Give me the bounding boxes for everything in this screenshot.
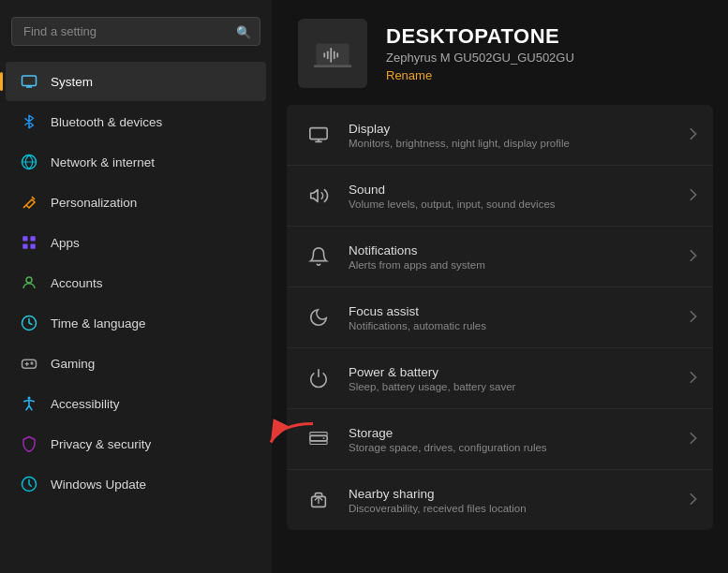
- focus-title: Focus assist: [349, 304, 486, 318]
- network-nav-icon: [19, 152, 39, 172]
- search-input[interactable]: [11, 17, 260, 46]
- svg-rect-13: [314, 65, 351, 67]
- svg-rect-22: [310, 441, 327, 445]
- device-info: DESKTOPATONE Zephyrus M GU502GU_GU502GU …: [386, 24, 574, 82]
- sidebar-item-accounts[interactable]: Accounts: [6, 263, 266, 302]
- display-title: Display: [349, 122, 570, 136]
- notifications-chevron-icon: [689, 249, 698, 265]
- device-name: DESKTOPATONE: [386, 24, 574, 49]
- svg-point-6: [26, 277, 32, 283]
- sound-title: Sound: [349, 183, 556, 197]
- svg-rect-2: [22, 236, 27, 241]
- system-nav-icon: [19, 71, 39, 92]
- time-nav-icon: [19, 313, 39, 333]
- privacy-nav-icon: [19, 433, 39, 454]
- focus-chevron-icon: [689, 310, 698, 326]
- sound-settings-icon: [302, 179, 335, 213]
- storage-description: Storage space, drives, configuration rul…: [349, 442, 547, 453]
- nearby-text: Nearby sharingDiscoverability, received …: [349, 487, 527, 514]
- storage-settings-icon: [302, 422, 335, 456]
- settings-item-storage[interactable]: StorageStorage space, drives, configurat…: [287, 409, 713, 470]
- display-text: DisplayMonitors, brightness, night light…: [349, 122, 570, 149]
- search-box: 🔍: [11, 17, 260, 46]
- settings-list: DisplayMonitors, brightness, night light…: [272, 105, 728, 530]
- display-settings-icon: [302, 118, 335, 152]
- device-model: Zephyrus M GU502GU_GU502GU: [386, 51, 574, 65]
- sidebar-item-privacy[interactable]: Privacy & security: [6, 424, 266, 463]
- sound-chevron-icon: [689, 188, 698, 204]
- sidebar-label-gaming: Gaming: [51, 357, 95, 371]
- bluetooth-nav-icon: [19, 111, 39, 132]
- sidebar-label-time: Time & language: [51, 316, 146, 331]
- focus-text: Focus assistNotifications, automatic rul…: [349, 304, 486, 331]
- nav-list: SystemBluetooth & devicesNetwork & inter…: [0, 61, 272, 505]
- power-description: Sleep, battery usage, battery saver: [349, 381, 515, 392]
- svg-rect-4: [22, 244, 27, 249]
- focus-description: Notifications, automatic rules: [349, 320, 486, 331]
- svg-point-9: [28, 397, 31, 400]
- display-description: Monitors, brightness, night light, displ…: [349, 138, 570, 149]
- notifications-text: NotificationsAlerts from apps and system: [349, 243, 485, 271]
- storage-title: Storage: [349, 426, 547, 440]
- sidebar-label-privacy: Privacy & security: [51, 437, 151, 451]
- power-settings-icon: [302, 361, 335, 395]
- settings-item-power[interactable]: Power & batterySleep, battery usage, bat…: [287, 348, 713, 409]
- sidebar-item-accessibility[interactable]: Accessibility: [6, 384, 266, 423]
- device-header: DESKTOPATONE Zephyrus M GU502GU_GU502GU …: [272, 0, 728, 105]
- sidebar-label-accounts: Accounts: [51, 276, 103, 290]
- settings-item-sound[interactable]: SoundVolume levels, output, input, sound…: [287, 166, 713, 227]
- sidebar-item-apps[interactable]: Apps: [6, 223, 266, 262]
- personalization-nav-icon: [19, 192, 39, 213]
- power-chevron-icon: [689, 371, 698, 387]
- sidebar-label-accessibility: Accessibility: [51, 397, 120, 411]
- nearby-description: Discoverability, received files location: [349, 503, 527, 514]
- nearby-settings-icon: [302, 483, 335, 517]
- search-icon: 🔍: [236, 24, 251, 38]
- sidebar-label-personalization: Personalization: [51, 196, 137, 210]
- storage-chevron-icon: [689, 432, 698, 448]
- sidebar-label-network: Network & internet: [51, 155, 155, 169]
- device-icon: [298, 19, 367, 88]
- sound-text: SoundVolume levels, output, input, sound…: [349, 183, 556, 210]
- rename-link[interactable]: Rename: [386, 68, 574, 82]
- sidebar: 🔍 SystemBluetooth & devicesNetwork & int…: [0, 0, 272, 573]
- display-chevron-icon: [689, 127, 698, 143]
- svg-point-23: [323, 437, 325, 439]
- settings-item-focus[interactable]: Focus assistNotifications, automatic rul…: [287, 287, 713, 348]
- notifications-title: Notifications: [349, 243, 485, 257]
- svg-rect-3: [31, 236, 36, 241]
- nearby-chevron-icon: [689, 492, 698, 508]
- storage-text: StorageStorage space, drives, configurat…: [349, 426, 547, 453]
- apps-nav-icon: [19, 232, 39, 253]
- focus-settings-icon: [302, 301, 335, 334]
- update-nav-icon: [19, 474, 39, 494]
- accessibility-nav-icon: [19, 393, 39, 414]
- main-content: DESKTOPATONE Zephyrus M GU502GU_GU502GU …: [272, 0, 728, 573]
- sidebar-item-update[interactable]: Windows Update: [6, 464, 266, 504]
- sidebar-item-system[interactable]: System: [6, 62, 266, 101]
- sidebar-item-bluetooth[interactable]: Bluetooth & devices: [6, 102, 266, 141]
- accounts-nav-icon: [19, 272, 39, 293]
- nearby-title: Nearby sharing: [349, 487, 527, 501]
- settings-item-notifications[interactable]: NotificationsAlerts from apps and system: [287, 227, 713, 287]
- notifications-description: Alerts from apps and system: [349, 259, 485, 271]
- svg-rect-12: [317, 44, 349, 66]
- svg-rect-5: [31, 244, 36, 249]
- sidebar-item-network[interactable]: Network & internet: [6, 142, 266, 182]
- sound-description: Volume levels, output, input, sound devi…: [349, 198, 556, 210]
- settings-item-display[interactable]: DisplayMonitors, brightness, night light…: [287, 105, 713, 166]
- sidebar-label-update: Windows Update: [51, 478, 146, 492]
- gaming-nav-icon: [19, 353, 39, 374]
- sidebar-label-apps: Apps: [51, 236, 80, 250]
- sidebar-item-gaming[interactable]: Gaming: [6, 344, 266, 383]
- sidebar-label-bluetooth: Bluetooth & devices: [51, 115, 162, 129]
- sidebar-label-system: System: [51, 75, 93, 89]
- power-title: Power & battery: [349, 365, 515, 379]
- notifications-settings-icon: [302, 240, 335, 273]
- sidebar-item-personalization[interactable]: Personalization: [6, 183, 266, 222]
- svg-rect-0: [22, 76, 37, 86]
- settings-item-nearby[interactable]: Nearby sharingDiscoverability, received …: [287, 470, 713, 530]
- svg-rect-19: [310, 128, 327, 140]
- power-text: Power & batterySleep, battery usage, bat…: [349, 365, 515, 392]
- sidebar-item-time[interactable]: Time & language: [6, 303, 266, 343]
